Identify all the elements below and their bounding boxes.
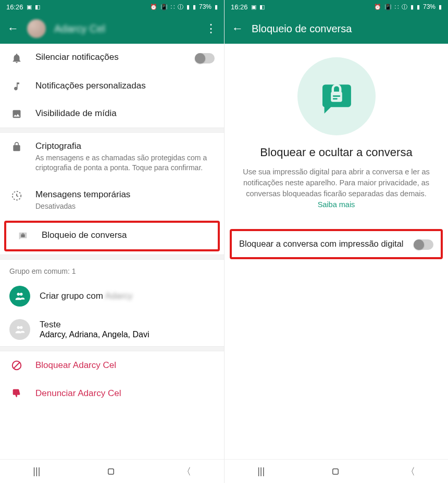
vibrate-icon: 📳 (384, 4, 392, 10)
alarm-icon: ⏰ (374, 4, 381, 10)
group-teste-sub: Adarcy, Adriana, Angela, Davi (40, 330, 215, 339)
lock-icon (9, 142, 24, 152)
hero-title: Bloquear e ocultar a conversa (260, 146, 412, 159)
status-photo-icon: ▣ (27, 4, 32, 10)
report-label: Denunciar Adarcy Cel (35, 388, 121, 399)
lte-icon: ⓛ (402, 3, 407, 11)
row-media-visibility[interactable]: Visibilidade de mídia (0, 100, 224, 128)
battery-pct: 73% (423, 3, 435, 10)
nav-recents[interactable]: ||| (257, 466, 265, 477)
groups-header: Grupo em comum: 1 (0, 260, 224, 279)
fingerprint-lock-label: Bloquear a conversa com impressão digita… (239, 238, 407, 249)
image-icon (9, 109, 24, 119)
battery-icon: ▮ (439, 4, 442, 10)
svg-point-1 (17, 293, 20, 296)
row-group-teste[interactable]: Teste Adarcy, Adriana, Angela, Davi (0, 313, 224, 346)
row-mute-notifications[interactable]: Silenciar notificações (0, 44, 224, 72)
group-avatar (9, 319, 30, 340)
media-vis-label: Visibilidade de mídia (35, 108, 215, 119)
screen-contact-info: 16:26 ▣ ◧ ⏰ 📳 ⸬ ⓛ ▮ ▮ 73% ▮ ← Adarcy Cel… (0, 0, 224, 483)
timer-icon (9, 190, 24, 201)
nav-back[interactable]: 〈 (406, 465, 415, 478)
create-group-prefix: Criar grupo com (40, 291, 105, 301)
back-arrow-icon[interactable]: ← (7, 22, 19, 35)
bell-icon (9, 53, 24, 64)
row-temp-messages[interactable]: Mensagens temporárias Desativadas (0, 181, 224, 220)
svg-point-2 (20, 293, 23, 296)
mute-label: Silenciar notificações (35, 52, 183, 62)
crypto-sub: As mensagens e as chamadas são protegida… (35, 153, 215, 173)
nav-home[interactable] (106, 467, 116, 476)
android-nav-bar: ||| 〈 (0, 459, 224, 483)
temp-label: Mensagens temporárias (35, 189, 215, 200)
status-card-icon: ◧ (259, 4, 265, 10)
hero: Bloquear e ocultar a conversa Use sua im… (225, 44, 448, 214)
create-group-name-blur: Adarcy (105, 291, 133, 301)
alarm-icon: ⏰ (150, 4, 157, 10)
header-bar: ← Bloqueio de conversa (225, 14, 448, 44)
status-bar: 16:26 ▣ ◧ ⏰ 📳 ⸬ ⓛ ▮ ▮ 73% ▮ (225, 0, 448, 14)
fingerprint-toggle[interactable] (414, 239, 433, 250)
svg-point-3 (17, 326, 20, 329)
status-time: 16:26 (231, 3, 248, 11)
wifi-icon: ⸬ (171, 4, 175, 10)
row-custom-notifications[interactable]: Notificações personalizadas (0, 72, 224, 100)
svg-point-4 (20, 326, 23, 329)
learn-more-link[interactable]: Saiba mais (318, 200, 355, 209)
contact-name[interactable]: Adarcy Cel (54, 23, 197, 35)
group-teste-label: Teste (40, 320, 215, 330)
signal2-icon: ▮ (417, 4, 420, 10)
hero-description: Use sua impressão digital para abrir a c… (238, 167, 434, 210)
crypto-label: Criptografia (35, 141, 215, 151)
back-arrow-icon[interactable]: ← (232, 22, 243, 35)
chat-lock-label: Bloqueio de conversa (42, 230, 208, 240)
status-bar: 16:26 ▣ ◧ ⏰ 📳 ⸬ ⓛ ▮ ▮ 73% ▮ (0, 0, 224, 14)
status-card-icon: ◧ (35, 4, 40, 10)
contact-avatar[interactable] (27, 19, 46, 38)
svg-rect-9 (332, 95, 340, 97)
battery-icon: ▮ (215, 4, 218, 10)
row-fingerprint-lock[interactable]: Bloquear a conversa com impressão digita… (230, 229, 443, 259)
create-group-label: Criar grupo com Adarcy (40, 291, 215, 301)
row-create-group[interactable]: Criar grupo com Adarcy (0, 279, 224, 313)
header-bar: ← Adarcy Cel ⋮ (0, 14, 224, 44)
hero-desc-text: Use sua impressão digital para abrir a c… (243, 168, 430, 198)
nav-recents[interactable]: ||| (33, 466, 40, 477)
row-block-contact[interactable]: Bloquear Adarcy Cel (0, 351, 224, 379)
header-title: Bloqueio de conversa (252, 23, 441, 35)
row-chat-lock[interactable]: Bloqueio de conversa (4, 221, 220, 251)
row-encryption[interactable]: Criptografia As mensagens e as chamadas … (0, 133, 224, 181)
lte-icon: ⓛ (178, 3, 183, 11)
signal-icon: ▮ (186, 4, 190, 10)
block-icon (9, 360, 24, 371)
signal-icon: ▮ (410, 4, 414, 10)
row-report-contact[interactable]: Denunciar Adarcy Cel (0, 379, 224, 402)
create-group-icon (9, 286, 30, 307)
music-note-icon (9, 81, 24, 92)
kebab-menu-icon[interactable]: ⋮ (205, 22, 217, 35)
contact-info-content: Silenciar notificações Notificações pers… (0, 44, 224, 459)
status-photo-icon: ▣ (251, 4, 256, 10)
battery-pct: 73% (199, 3, 211, 10)
thumbs-down-icon (9, 388, 24, 399)
mute-toggle[interactable] (195, 53, 215, 63)
svg-rect-7 (108, 468, 114, 474)
wifi-icon: ⸬ (395, 4, 399, 10)
android-nav-bar: ||| 〈 (225, 459, 448, 483)
custom-notif-label: Notificações personalizadas (35, 81, 215, 91)
divider (0, 346, 224, 351)
chat-lock-icon (16, 231, 30, 242)
divider (0, 128, 224, 133)
chat-lock-content: Bloquear e ocultar a conversa Use sua im… (225, 44, 448, 459)
signal2-icon: ▮ (193, 4, 196, 10)
screen-chat-lock: 16:26 ▣ ◧ ⏰ 📳 ⸬ ⓛ ▮ ▮ 73% ▮ ← Bloqueio d… (224, 0, 448, 483)
vibrate-icon: 📳 (160, 4, 168, 10)
block-label: Bloquear Adarcy Cel (35, 360, 116, 371)
nav-home[interactable] (331, 467, 340, 476)
temp-sub: Desativadas (35, 201, 215, 211)
status-time: 16:26 (6, 3, 23, 11)
svg-rect-11 (332, 468, 338, 474)
svg-rect-10 (332, 98, 337, 100)
nav-back[interactable]: 〈 (182, 465, 191, 478)
divider (0, 255, 224, 260)
